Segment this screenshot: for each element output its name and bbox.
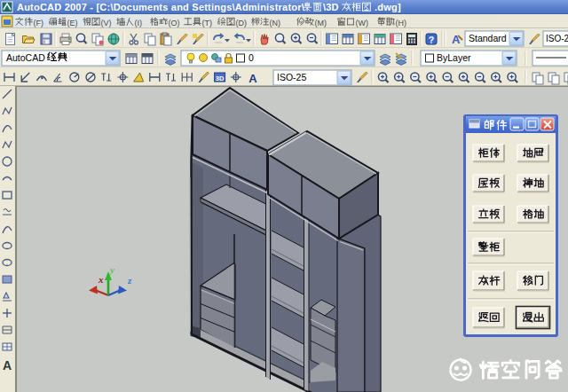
svg-text:(M): (M) (315, 19, 327, 27)
svg-text:ISO-25: ISO-25 (277, 72, 306, 82)
svg-text:(O): (O) (169, 19, 180, 27)
svg-text:(I): (I) (135, 19, 143, 27)
svg-text:(W): (W) (356, 19, 369, 27)
svg-text:A: A (3, 358, 12, 372)
svg-text:x: x (98, 274, 104, 285)
svg-text:y: y (108, 264, 114, 275)
svg-text:?: ? (429, 35, 434, 45)
svg-text:(E): (E) (67, 19, 78, 27)
svg-text:z: z (127, 275, 132, 286)
svg-text:3D: 3D (216, 74, 225, 82)
svg-text:(D): (D) (236, 19, 248, 27)
svg-text:(H): (H) (396, 19, 407, 27)
svg-text:Standard: Standard (469, 33, 507, 43)
svg-text:(T): (T) (202, 19, 213, 27)
svg-text:(F): (F) (34, 19, 44, 27)
svg-text:AutoCAD: AutoCAD (6, 52, 45, 63)
svg-text:.dwg]: .dwg] (375, 2, 401, 12)
svg-text:(V): (V) (101, 19, 112, 27)
svg-text:(N): (N) (270, 19, 281, 27)
svg-text:A: A (248, 72, 257, 85)
svg-text:ByLayer: ByLayer (437, 52, 471, 63)
svg-text:A: A (452, 33, 461, 46)
svg-text:ISO-2: ISO-2 (546, 34, 568, 43)
svg-text:0: 0 (248, 52, 254, 63)
svg-text:\3D: \3D (323, 2, 339, 12)
svg-text:AutoCAD 2007 - [C:\Documents a: AutoCAD 2007 - [C:\Documents and Setting… (17, 2, 304, 12)
